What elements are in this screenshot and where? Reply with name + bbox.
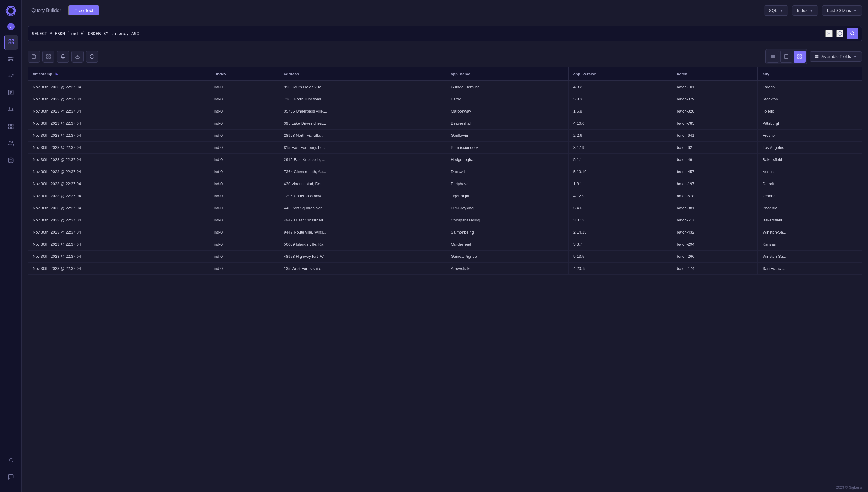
cell-address: 430 Viaduct stad, Detr... — [279, 178, 445, 190]
query-info-button[interactable] — [836, 30, 843, 37]
table-row[interactable]: Nov 30th, 2023 @ 22:37:04ind-09447 Route… — [28, 226, 862, 239]
sidebar-item-users[interactable] — [4, 137, 18, 151]
sidebar-item-dashboards[interactable] — [4, 120, 18, 134]
download-button[interactable] — [71, 51, 83, 63]
table-row[interactable]: Nov 30th, 2023 @ 22:37:04ind-056009 Isla… — [28, 239, 862, 250]
table-row[interactable]: Nov 30th, 2023 @ 22:37:04ind-07168 North… — [28, 93, 862, 105]
cell-address: 815 East Fort bury, Lo... — [279, 142, 445, 154]
run-query-button[interactable] — [847, 28, 858, 39]
query-input-row: SELECT * FROM `ind-0` ORDER BY latency A… — [28, 26, 862, 41]
list-view-button[interactable] — [767, 51, 779, 63]
svg-rect-3 — [9, 39, 11, 41]
table-row[interactable]: Nov 30th, 2023 @ 22:37:04ind-048978 High… — [28, 250, 862, 263]
cell-_index: ind-0 — [209, 263, 279, 275]
query-input[interactable]: SELECT * FROM `ind-0` ORDER BY latency A… — [32, 31, 825, 36]
col-header-city[interactable]: city — [757, 68, 862, 81]
footer-copyright: 2023 © SigLens — [836, 485, 862, 490]
index-dropdown[interactable]: Index ▼ — [792, 5, 818, 16]
cell-city: Detroit — [757, 178, 862, 190]
chat-icon — [8, 474, 14, 482]
col-header-batch[interactable]: batch — [672, 68, 757, 81]
results-table-container[interactable]: timestamp ⇅ _index address app_name app_… — [22, 68, 868, 483]
svg-rect-56 — [798, 55, 799, 56]
cell-timestamp: Nov 30th, 2023 @ 22:37:04 — [28, 81, 209, 93]
col-header-index[interactable]: _index — [209, 68, 279, 81]
create-alert-button[interactable] — [57, 51, 69, 63]
query-area: SELECT * FROM `ind-0` ORDER BY latency A… — [22, 21, 868, 46]
svg-rect-6 — [12, 42, 14, 44]
cell-address: 28998 North Via ville, ... — [279, 129, 445, 142]
table-row[interactable]: Nov 30th, 2023 @ 22:37:04ind-01296 Under… — [28, 190, 862, 202]
toolbar-right: Available Fields ▼ — [765, 49, 862, 64]
table-row[interactable]: Nov 30th, 2023 @ 22:37:04ind-07364 Glens… — [28, 166, 862, 178]
table-row[interactable]: Nov 30th, 2023 @ 22:37:04ind-035736 Unde… — [28, 105, 862, 117]
tab-query-builder[interactable]: Query Builder — [28, 6, 65, 15]
sql-dropdown[interactable]: SQL ▼ — [764, 5, 788, 16]
save-button[interactable] — [28, 51, 40, 63]
cell-timestamp: Nov 30th, 2023 @ 22:37:04 — [28, 129, 209, 142]
cell-_index: ind-0 — [209, 202, 279, 214]
table-row[interactable]: Nov 30th, 2023 @ 22:37:04ind-0430 Viaduc… — [28, 178, 862, 190]
cell-address: 135 West Fords shire, ... — [279, 263, 445, 275]
svg-rect-58 — [798, 57, 799, 58]
svg-point-8 — [8, 57, 9, 58]
svg-rect-22 — [8, 127, 10, 129]
table-row[interactable]: Nov 30th, 2023 @ 22:37:04ind-02915 East … — [28, 154, 862, 166]
cell-timestamp: Nov 30th, 2023 @ 22:37:04 — [28, 117, 209, 129]
available-fields-chevron-icon: ▼ — [853, 55, 857, 58]
sidebar-item-logs[interactable] — [4, 86, 18, 100]
cell-city: Toledo — [757, 105, 862, 117]
cell-address: 995 South Fields ville,... — [279, 81, 445, 93]
cell-app_version: 4.20.15 — [568, 263, 672, 275]
cell-city: Pittsburgh — [757, 117, 862, 129]
sidebar-item-search[interactable] — [4, 35, 18, 50]
cell-_index: ind-0 — [209, 142, 279, 154]
col-header-app-version[interactable]: app_version — [568, 68, 672, 81]
table-view-button[interactable] — [794, 51, 805, 63]
available-fields-button[interactable]: Available Fields ▼ — [810, 51, 862, 62]
col-header-address[interactable]: address — [279, 68, 445, 81]
sidebar-item-storage[interactable] — [4, 154, 18, 168]
sidebar-item-chat[interactable] — [4, 470, 18, 485]
cell-_index: ind-0 — [209, 214, 279, 226]
index-chevron-icon: ▼ — [810, 9, 813, 13]
col-header-timestamp[interactable]: timestamp ⇅ — [28, 68, 209, 81]
cell-_index: ind-0 — [209, 226, 279, 239]
split-view-button[interactable] — [780, 51, 792, 63]
table-row[interactable]: Nov 30th, 2023 @ 22:37:04ind-0815 East F… — [28, 142, 862, 154]
sidebar-item-theme[interactable] — [4, 453, 18, 468]
sidebar-expand-button[interactable]: › — [7, 23, 15, 30]
tab-free-text[interactable]: Free Text — [68, 5, 99, 16]
table-row[interactable]: Nov 30th, 2023 @ 22:37:04ind-0995 South … — [28, 81, 862, 93]
table-row[interactable]: Nov 30th, 2023 @ 22:37:04ind-028998 Nort… — [28, 129, 862, 142]
cell-app_name: Murderread — [445, 239, 568, 250]
sidebar-item-metrics[interactable] — [4, 69, 18, 83]
cell-batch: batch-881 — [672, 202, 757, 214]
cell-address: 9447 Route ville, Wins... — [279, 226, 445, 239]
clear-query-button[interactable] — [825, 30, 833, 37]
cell-batch: batch-101 — [672, 81, 757, 93]
sidebar-item-alerts[interactable] — [4, 103, 18, 117]
cell-timestamp: Nov 30th, 2023 @ 22:37:04 — [28, 250, 209, 263]
cell-app_version: 2.2.6 — [568, 129, 672, 142]
cell-app_version: 3.3.7 — [568, 239, 672, 250]
cell-batch: batch-432 — [672, 226, 757, 239]
svg-rect-45 — [49, 57, 50, 58]
cell-app_version: 5.4.6 — [568, 202, 672, 214]
table-row[interactable]: Nov 30th, 2023 @ 22:37:04ind-049478 East… — [28, 214, 862, 226]
cell-batch: batch-294 — [672, 239, 757, 250]
cell-_index: ind-0 — [209, 129, 279, 142]
table-row[interactable]: Nov 30th, 2023 @ 22:37:04ind-0443 Port S… — [28, 202, 862, 214]
col-header-app-name[interactable]: app_name — [445, 68, 568, 81]
dashboards-icon — [8, 123, 14, 131]
cell-app_name: Duckwill — [445, 166, 568, 178]
table-row[interactable]: Nov 30th, 2023 @ 22:37:04ind-0135 West F… — [28, 263, 862, 275]
cell-app_version: 2.14.13 — [568, 226, 672, 239]
table-row[interactable]: Nov 30th, 2023 @ 22:37:04ind-0395 Lake D… — [28, 117, 862, 129]
cell-app_name: Guinea Pigride — [445, 250, 568, 263]
svg-line-34 — [13, 458, 13, 458]
timerange-dropdown[interactable]: Last 30 Mins ▼ — [822, 5, 862, 16]
info-button[interactable] — [86, 51, 98, 63]
grid-view-button[interactable] — [42, 51, 54, 63]
sidebar-item-cluster[interactable] — [4, 52, 18, 67]
